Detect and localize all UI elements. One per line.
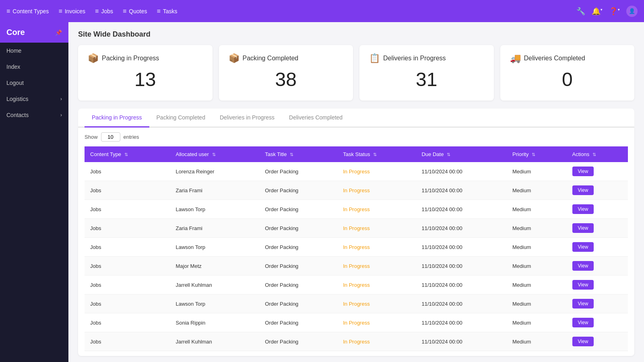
table-row: Jobs Jarrell Kuhlman Order Packing In Pr…: [85, 276, 628, 294]
entries-input[interactable]: [101, 132, 120, 142]
menu-icon-tasks: ≡: [157, 8, 160, 15]
view-button[interactable]: View: [572, 261, 594, 271]
nav-item-quotes[interactable]: ≡ Quotes: [123, 8, 147, 15]
sort-icon-task-title: ⇅: [290, 152, 293, 157]
sort-icon-actions: ⇅: [592, 152, 596, 157]
user-avatar[interactable]: 👤: [626, 6, 638, 17]
cell-actions: View: [567, 219, 628, 238]
tab-deliveries-in-progress[interactable]: Deliveries in Progress: [213, 109, 282, 128]
nav-item-tasks[interactable]: ≡ Tasks: [157, 8, 177, 15]
sidebar: Core 📌 Home Index Logout Logistics › Con…: [0, 22, 68, 362]
layout: Core 📌 Home Index Logout Logistics › Con…: [0, 22, 644, 362]
cell-content-type: Jobs: [85, 181, 170, 200]
cell-task-status: In Progress: [337, 219, 416, 238]
cell-priority: Medium: [507, 238, 567, 257]
view-button[interactable]: View: [572, 280, 594, 290]
view-button[interactable]: View: [572, 167, 594, 176]
sidebar-item-contacts[interactable]: Contacts ›: [0, 107, 68, 123]
cell-content-type: Jobs: [85, 294, 170, 313]
cell-content-type: Jobs: [85, 200, 170, 219]
sidebar-brand: Core 📌: [0, 22, 68, 43]
cell-priority: Medium: [507, 181, 567, 200]
col-content-type[interactable]: Content Type ⇅: [85, 146, 170, 162]
nav-item-jobs[interactable]: ≡ Jobs: [95, 8, 113, 15]
cell-priority: Medium: [507, 332, 567, 351]
sidebar-item-index[interactable]: Index: [0, 59, 68, 75]
page-title: Site Wide Dashboard: [78, 30, 634, 39]
table-row: Jobs Lawson Torp Order Packing In Progre…: [85, 238, 628, 257]
col-due-date[interactable]: Due Date ⇅: [416, 146, 507, 162]
view-button[interactable]: View: [572, 204, 594, 214]
table-row: Jobs Lawson Torp Order Packing In Progre…: [85, 200, 628, 219]
cell-content-type: Jobs: [85, 276, 170, 294]
cell-task-status: In Progress: [337, 313, 416, 332]
view-button[interactable]: View: [572, 318, 594, 327]
deliveries-completed-value: 0: [510, 67, 625, 93]
tab-packing-in-progress[interactable]: Packing in Progress: [85, 109, 149, 128]
cell-task-status: In Progress: [337, 181, 416, 200]
cell-due-date: 11/10/2024 00:00: [416, 162, 507, 181]
table-header: Content Type ⇅ Allocated user ⇅ Task Tit…: [85, 146, 628, 162]
cell-task-status: In Progress: [337, 162, 416, 181]
col-allocated-user[interactable]: Allocated user ⇅: [170, 146, 260, 162]
cell-actions: View: [567, 238, 628, 257]
brand-label: Core: [6, 28, 25, 37]
cell-priority: Medium: [507, 313, 567, 332]
col-priority[interactable]: Priority ⇅: [507, 146, 567, 162]
cell-due-date: 11/10/2024 00:00: [416, 181, 507, 200]
view-button[interactable]: View: [572, 242, 594, 252]
cell-task-title: Order Packing: [259, 181, 337, 200]
deliveries-in-progress-value: 31: [369, 67, 484, 93]
cell-allocated-user: Major Metz: [170, 257, 260, 276]
help-icon[interactable]: ❓▾: [609, 7, 620, 16]
view-button[interactable]: View: [572, 223, 594, 233]
deliveries-completed-label: Deliveries Completed: [524, 55, 585, 62]
cell-task-title: Order Packing: [259, 257, 337, 276]
top-nav-right: 🔧 🔔▾ ❓▾ 👤: [576, 6, 638, 17]
deliveries-completed-icon: 🚚: [510, 53, 521, 64]
sidebar-item-logistics[interactable]: Logistics ›: [0, 91, 68, 107]
chevron-right-icon: ›: [60, 96, 62, 102]
col-task-status[interactable]: Task Status ⇅: [337, 146, 416, 162]
cell-priority: Medium: [507, 219, 567, 238]
pin-icon[interactable]: 📌: [55, 29, 62, 36]
menu-icon-jobs: ≡: [95, 8, 99, 15]
packing-in-progress-value: 13: [88, 67, 203, 93]
cell-actions: View: [567, 162, 628, 181]
view-button[interactable]: View: [572, 337, 594, 346]
cell-content-type: Jobs: [85, 313, 170, 332]
view-button[interactable]: View: [572, 299, 594, 309]
cell-content-type: Jobs: [85, 332, 170, 351]
cell-actions: View: [567, 332, 628, 351]
cell-priority: Medium: [507, 200, 567, 219]
cell-task-status: In Progress: [337, 276, 416, 294]
nav-item-content-types[interactable]: ≡ Content Types: [6, 8, 49, 15]
deliveries-in-progress-icon: 📋: [369, 53, 380, 64]
nav-item-invoices[interactable]: ≡ Invoices: [58, 8, 85, 15]
cell-allocated-user: Sonia Rippin: [170, 313, 260, 332]
col-task-title[interactable]: Task Title ⇅: [259, 146, 337, 162]
cell-task-status: In Progress: [337, 200, 416, 219]
packing-completed-value: 38: [229, 67, 344, 93]
stat-card-deliveries-in-progress: 📋 Deliveries in Progress 31: [359, 45, 494, 101]
table-area: Show entries Content Type ⇅ Allocated us…: [78, 128, 634, 356]
cell-priority: Medium: [507, 294, 567, 313]
col-actions[interactable]: Actions ⇅: [567, 146, 628, 162]
cell-content-type: Jobs: [85, 162, 170, 181]
packing-in-progress-label: Packing in Progress: [102, 55, 159, 62]
cell-task-status: In Progress: [337, 238, 416, 257]
sidebar-item-logout[interactable]: Logout: [0, 75, 68, 91]
cell-task-title: Order Packing: [259, 276, 337, 294]
view-button[interactable]: View: [572, 185, 594, 195]
notifications-icon[interactable]: 🔔▾: [592, 7, 603, 16]
cell-content-type: Jobs: [85, 257, 170, 276]
sidebar-item-home[interactable]: Home: [0, 43, 68, 59]
cell-task-status: In Progress: [337, 332, 416, 351]
cell-actions: View: [567, 200, 628, 219]
tab-deliveries-completed[interactable]: Deliveries Completed: [282, 109, 350, 128]
cell-priority: Medium: [507, 162, 567, 181]
settings-icon[interactable]: 🔧: [576, 7, 585, 16]
tab-packing-completed[interactable]: Packing Completed: [149, 109, 213, 128]
cell-task-status: In Progress: [337, 257, 416, 276]
cell-due-date: 11/10/2024 00:00: [416, 332, 507, 351]
